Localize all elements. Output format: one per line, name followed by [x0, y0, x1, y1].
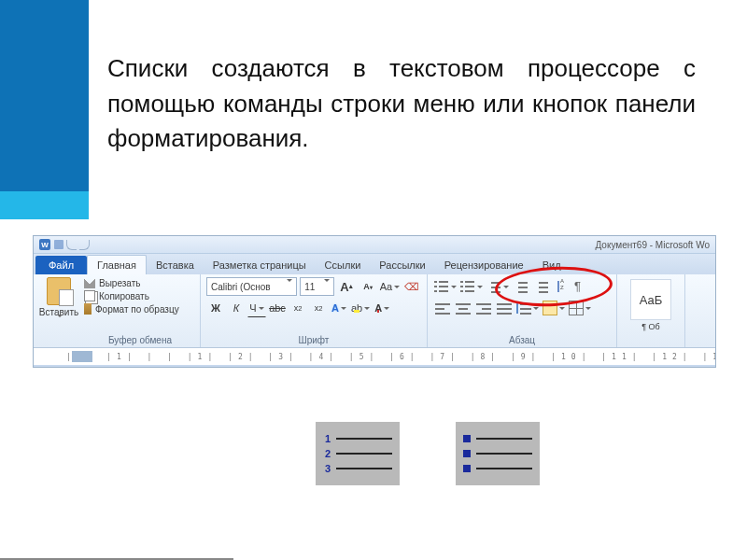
- style-preview-caption: ¶ Об: [623, 322, 679, 331]
- cut-icon: [84, 277, 95, 288]
- ribbon-tabs: Файл Главная Вставка Разметка страницы С…: [34, 254, 715, 274]
- align-right-button[interactable]: [474, 299, 493, 317]
- multilevel-list-button[interactable]: [486, 277, 510, 296]
- shrink-font-button[interactable]: A▾: [359, 277, 377, 296]
- multilevel-list-icon: [486, 279, 501, 294]
- group-font-label: Шрифт: [206, 335, 421, 347]
- tab-view[interactable]: Вид: [533, 256, 571, 274]
- justify-icon: [497, 301, 512, 315]
- format-painter-button[interactable]: Формат по образцу: [84, 303, 196, 315]
- line-spacing-icon: [516, 301, 531, 315]
- chevron-down-icon: [322, 282, 330, 292]
- tab-mailings[interactable]: Рассылки: [370, 256, 434, 274]
- numbered-list-sample: 1 2 3: [316, 422, 400, 485]
- tab-page-layout[interactable]: Разметка страницы: [204, 256, 316, 274]
- tab-home[interactable]: Главная: [87, 255, 147, 274]
- strikethrough-button[interactable]: abc: [268, 299, 287, 317]
- list-number: 3: [323, 463, 331, 474]
- increase-indent-button[interactable]: [532, 277, 551, 296]
- list-line: [336, 438, 392, 440]
- highlight-button[interactable]: ab: [350, 299, 371, 317]
- document-title: Документ69 - Microsoft Wo: [595, 240, 710, 250]
- numbered-list-icon: [460, 279, 475, 294]
- group-clipboard-label: Буфер обмена: [84, 335, 196, 347]
- font-name-value: Calibri (Основ: [211, 282, 271, 292]
- list-type-samples: 1 2 3: [316, 422, 540, 485]
- font-name-combo[interactable]: Calibri (Основ: [206, 277, 297, 296]
- cut-label: Вырезать: [99, 278, 140, 288]
- italic-button[interactable]: К: [227, 299, 246, 317]
- change-case-button[interactable]: Aa: [380, 277, 400, 296]
- align-left-button[interactable]: [433, 299, 452, 317]
- list-line: [336, 468, 392, 469]
- show-marks-button[interactable]: ¶: [573, 278, 592, 295]
- format-painter-label: Формат по образцу: [95, 304, 179, 315]
- line-spacing-button[interactable]: [515, 299, 540, 317]
- bulleted-list-sample: [456, 422, 540, 485]
- font-color-button[interactable]: A: [373, 299, 391, 317]
- borders-icon: [569, 301, 584, 315]
- sort-button[interactable]: [553, 277, 571, 296]
- list-line: [476, 453, 532, 455]
- title-bar: W Документ69 - Microsoft Wo: [34, 236, 715, 254]
- ribbon: Вставить Вырезать Копировать Формат по о…: [34, 274, 715, 347]
- paste-dropdown-icon[interactable]: [55, 317, 63, 323]
- paste-icon: [47, 277, 71, 305]
- group-paragraph-label: Абзац: [433, 335, 611, 347]
- cut-button[interactable]: Вырезать: [84, 277, 196, 288]
- superscript-button[interactable]: x2: [309, 299, 328, 317]
- numbered-list-button[interactable]: [459, 277, 484, 296]
- group-styles: АаБ ¶ Об: [617, 274, 685, 347]
- bold-button[interactable]: Ж: [206, 299, 225, 317]
- sort-icon: [555, 279, 570, 294]
- group-clipboard: Вставить Вырезать Копировать Формат по о…: [34, 274, 201, 347]
- grow-font-button[interactable]: A▴: [337, 277, 356, 296]
- clear-formatting-button[interactable]: ⌫: [402, 277, 421, 296]
- increase-indent-icon: [534, 279, 549, 294]
- align-right-icon: [476, 301, 491, 315]
- word-window: W Документ69 - Microsoft Wo Файл Главная…: [33, 235, 716, 368]
- shading-button[interactable]: [542, 299, 566, 317]
- decrease-indent-icon: [514, 279, 529, 294]
- list-bullet: [463, 465, 471, 472]
- list-bullet: [463, 450, 471, 457]
- tab-references[interactable]: Ссылки: [316, 256, 371, 274]
- font-size-combo[interactable]: 11: [300, 277, 334, 296]
- borders-button[interactable]: [568, 299, 592, 317]
- format-painter-icon: [84, 303, 92, 315]
- side-accent-cyan: [0, 191, 89, 219]
- copy-button[interactable]: Копировать: [84, 290, 196, 301]
- group-font: Calibri (Основ 11 A▴ A▾ Aa ⌫ Ж К Ч abc x…: [201, 274, 428, 347]
- qat-redo-icon[interactable]: [79, 240, 90, 250]
- tab-insert[interactable]: Вставка: [147, 256, 204, 274]
- ruler[interactable]: |2| |1| | | |1| |2| |3| |4| |5| |6| |7| …: [34, 347, 715, 365]
- bullet-list-icon: [434, 279, 449, 294]
- side-accent-blue: [0, 0, 89, 191]
- qat-undo-icon[interactable]: [66, 240, 77, 250]
- text-effects-button[interactable]: A: [330, 299, 348, 317]
- font-size-value: 11: [304, 282, 315, 292]
- shading-icon: [543, 301, 557, 315]
- list-number: 2: [323, 448, 331, 459]
- list-number: 1: [323, 433, 331, 444]
- paste-button[interactable]: Вставить: [37, 277, 80, 347]
- bullet-list-button[interactable]: [433, 277, 458, 296]
- tab-review[interactable]: Рецензирование: [435, 256, 533, 274]
- decrease-indent-button[interactable]: [512, 277, 530, 296]
- slide-body-text: Списки создаются в текстовом процессоре …: [107, 51, 696, 157]
- word-app-icon: W: [39, 239, 50, 250]
- align-center-button[interactable]: [454, 299, 472, 317]
- underline-button[interactable]: Ч: [247, 299, 266, 317]
- justify-button[interactable]: [495, 299, 514, 317]
- align-left-icon: [435, 301, 450, 315]
- subscript-button[interactable]: x2: [289, 299, 307, 317]
- align-center-icon: [456, 301, 471, 315]
- list-line: [476, 438, 532, 440]
- qat-save-icon[interactable]: [54, 240, 63, 249]
- style-preview-normal[interactable]: АаБ: [630, 279, 671, 320]
- chevron-down-icon: [285, 282, 292, 292]
- list-line: [336, 453, 392, 455]
- tab-file[interactable]: Файл: [35, 256, 87, 274]
- group-paragraph: ¶ Абзац: [428, 274, 617, 347]
- list-bullet: [463, 435, 471, 442]
